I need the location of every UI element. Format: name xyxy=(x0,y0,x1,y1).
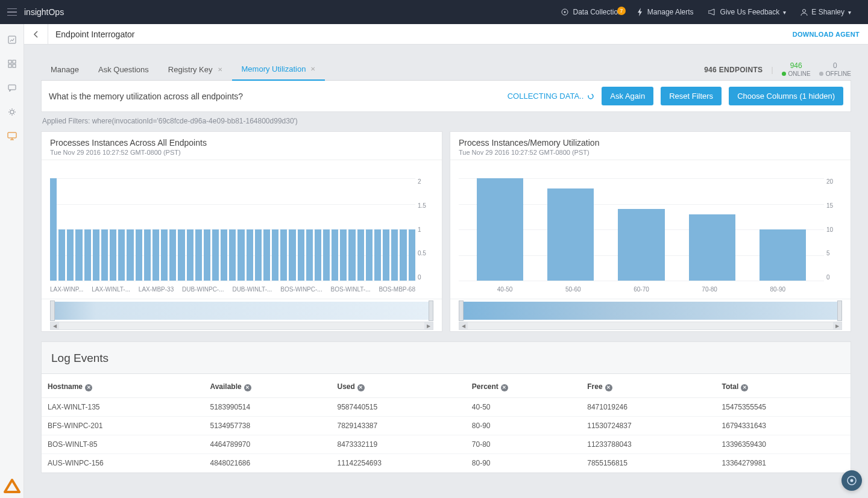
nav-user-menu[interactable]: E Shanley ▾ xyxy=(793,8,858,16)
bar[interactable] xyxy=(153,229,159,281)
chart-body[interactable]: 20 15 10 5 0 40-5050-6060-7070-8080-90 xyxy=(450,160,851,299)
bar[interactable] xyxy=(298,229,304,281)
bar[interactable] xyxy=(75,229,82,281)
scroll-left-icon[interactable]: ◀ xyxy=(51,322,59,329)
tab-ask-questions[interactable]: Ask Questions xyxy=(89,59,159,81)
scroll-left-icon[interactable]: ◀ xyxy=(459,322,468,329)
bar[interactable] xyxy=(374,229,381,281)
nav-manage-alerts[interactable]: Manage Alerts xyxy=(629,8,701,16)
bar[interactable] xyxy=(212,229,219,281)
chart-overview[interactable]: ◀ ▶ xyxy=(450,299,851,331)
bar[interactable] xyxy=(110,229,116,281)
bar[interactable] xyxy=(161,229,168,281)
bar[interactable] xyxy=(255,229,262,281)
bar[interactable] xyxy=(50,178,57,281)
table-row[interactable]: AUS-WINPC-15648480216861114225469380-907… xyxy=(42,453,851,472)
chart-overview[interactable]: ◀ ▶ xyxy=(42,299,442,331)
ask-again-button[interactable]: Ask Again xyxy=(602,87,653,105)
bar[interactable] xyxy=(306,229,313,281)
bar[interactable] xyxy=(237,229,244,281)
overview-scrollbar[interactable]: ◀ ▶ xyxy=(459,322,842,330)
column-remove-icon[interactable]: ✕ xyxy=(357,384,365,391)
bar[interactable] xyxy=(195,229,202,281)
bar[interactable] xyxy=(169,229,176,281)
overview-handle-left[interactable] xyxy=(50,300,55,321)
bar[interactable] xyxy=(178,229,184,281)
bar[interactable] xyxy=(348,229,355,281)
nav-data-collection[interactable]: Data Collection 7 xyxy=(553,8,629,16)
tab-manage[interactable]: Manage xyxy=(41,59,89,81)
overview-handle-right[interactable] xyxy=(429,300,433,321)
rail-settings-icon[interactable] xyxy=(7,107,17,117)
bar[interactable] xyxy=(409,229,415,281)
table-row[interactable]: LAX-WINLT-1355183990514958744051540-5084… xyxy=(42,397,851,416)
rail-card-icon[interactable] xyxy=(7,35,17,45)
bar[interactable] xyxy=(391,229,398,281)
column-remove-icon[interactable]: ✕ xyxy=(85,384,92,391)
bar[interactable] xyxy=(144,229,151,281)
nav-feedback[interactable]: Give Us Feedback ▾ xyxy=(701,8,794,16)
bar[interactable] xyxy=(618,209,664,281)
bar[interactable] xyxy=(272,229,278,281)
bar[interactable] xyxy=(323,229,330,281)
close-icon[interactable]: ✕ xyxy=(218,66,222,73)
bar[interactable] xyxy=(400,229,406,281)
bar[interactable] xyxy=(289,229,295,281)
bar[interactable] xyxy=(93,229,99,281)
overview-handle-left[interactable] xyxy=(459,300,464,321)
bar[interactable] xyxy=(332,229,338,281)
rail-dashboard-icon[interactable] xyxy=(7,59,17,69)
bar[interactable] xyxy=(58,229,65,281)
bar[interactable] xyxy=(187,229,193,281)
bar[interactable] xyxy=(101,229,108,281)
overview-scrollbar[interactable]: ◀ ▶ xyxy=(50,322,433,330)
bar[interactable] xyxy=(280,229,287,281)
bar[interactable] xyxy=(247,229,253,281)
column-header[interactable]: Total✕ xyxy=(716,374,851,397)
bar[interactable] xyxy=(366,229,373,281)
column-remove-icon[interactable]: ✕ xyxy=(741,384,748,391)
bar[interactable] xyxy=(84,229,91,281)
choose-columns-button[interactable]: Choose Columns (1 hidden) xyxy=(729,87,843,105)
bar[interactable] xyxy=(204,229,210,281)
column-remove-icon[interactable]: ✕ xyxy=(244,384,251,391)
bar[interactable] xyxy=(221,229,227,281)
download-agent-link[interactable]: DOWNLOAD AGENT xyxy=(793,31,860,38)
chart-body[interactable]: 2 1.5 1 0.5 0 LAX-WINP...LAX-WINLT-...LA… xyxy=(42,160,442,299)
bar[interactable] xyxy=(127,229,133,281)
bar[interactable] xyxy=(477,178,523,281)
column-header[interactable]: Free✕ xyxy=(581,374,715,397)
tab-memory-utilization[interactable]: Memory Utilization✕ xyxy=(232,59,326,81)
column-header[interactable]: Hostname✕ xyxy=(42,374,204,397)
overview-handle-right[interactable] xyxy=(837,300,842,321)
bar[interactable] xyxy=(136,229,142,281)
scroll-right-icon[interactable]: ▶ xyxy=(424,322,433,329)
bar[interactable] xyxy=(760,229,806,281)
tab-registry-key[interactable]: Registry Key✕ xyxy=(159,59,232,81)
column-remove-icon[interactable]: ✕ xyxy=(501,384,508,391)
bar[interactable] xyxy=(67,229,74,281)
bar[interactable] xyxy=(547,188,594,281)
column-header[interactable]: Available✕ xyxy=(204,374,331,397)
rail-chat-icon[interactable] xyxy=(7,83,17,93)
bar[interactable] xyxy=(689,214,735,281)
bar[interactable] xyxy=(340,229,347,281)
help-bubble[interactable] xyxy=(841,470,862,491)
bar[interactable] xyxy=(383,229,389,281)
close-icon[interactable]: ✕ xyxy=(310,66,315,72)
bar[interactable] xyxy=(357,229,364,281)
bar[interactable] xyxy=(263,229,270,281)
bar[interactable] xyxy=(229,229,236,281)
rail-monitor-icon[interactable] xyxy=(7,131,17,141)
menu-icon[interactable] xyxy=(0,8,24,16)
column-header[interactable]: Used✕ xyxy=(331,374,465,397)
reset-filters-button[interactable]: Reset Filters xyxy=(661,87,722,105)
bar[interactable] xyxy=(118,229,125,281)
table-row[interactable]: BFS-WINPC-2015134957738782914338780-9011… xyxy=(42,416,851,435)
back-button[interactable] xyxy=(24,24,48,45)
column-header[interactable]: Percent✕ xyxy=(466,374,581,397)
bar[interactable] xyxy=(315,229,321,281)
scroll-right-icon[interactable]: ▶ xyxy=(833,322,841,329)
table-row[interactable]: BOS-WINLT-854464789970847333211970-80112… xyxy=(42,435,851,453)
column-remove-icon[interactable]: ✕ xyxy=(605,384,612,391)
